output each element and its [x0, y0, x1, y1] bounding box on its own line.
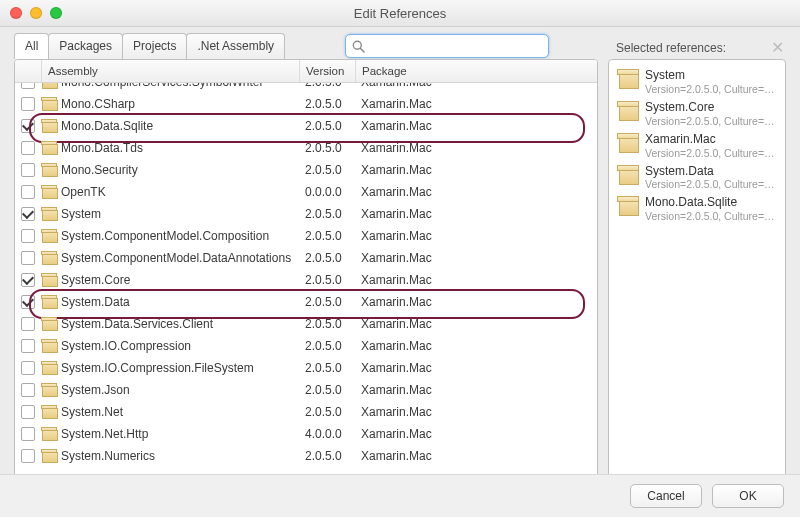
checkbox[interactable] — [21, 295, 35, 309]
assembly-version: 2.0.5.0 — [299, 317, 355, 331]
close-icon[interactable] — [10, 7, 22, 19]
checkbox[interactable] — [21, 339, 35, 353]
checkbox[interactable] — [21, 207, 35, 221]
assembly-package: Xamarin.Mac — [355, 207, 597, 221]
assembly-name: System.Data — [61, 295, 130, 309]
checkbox[interactable] — [21, 405, 35, 419]
table-row[interactable]: System.Core2.0.5.0Xamarin.Mac — [15, 269, 597, 291]
table-row[interactable]: System.Data.Services.Client2.0.5.0Xamari… — [15, 313, 597, 335]
table-row[interactable]: System.IO.Compression.FileSystem2.0.5.0X… — [15, 357, 597, 379]
table-row[interactable]: System.Data2.0.5.0Xamarin.Mac — [15, 291, 597, 313]
cancel-button[interactable]: Cancel — [630, 484, 702, 508]
column-version[interactable]: Version — [299, 60, 355, 82]
assembly-name: System.Data.Services.Client — [61, 317, 213, 331]
assembly-name: Mono.CSharp — [61, 97, 135, 111]
selected-reference-name: System — [645, 69, 777, 83]
table-row[interactable]: System.ComponentModel.DataAnnotations2.0… — [15, 247, 597, 269]
package-icon — [617, 133, 639, 153]
selected-reference-item[interactable]: Mono.Data.SqliteVersion=2.0.5.0, Culture… — [609, 193, 785, 225]
table-row[interactable]: System.Net2.0.5.0Xamarin.Mac — [15, 401, 597, 423]
package-icon — [41, 185, 57, 199]
tab-bar: AllPackagesProjects.Net Assembly — [14, 33, 284, 59]
top-strip: AllPackagesProjects.Net Assembly Selecte… — [0, 27, 800, 59]
package-icon — [41, 317, 57, 331]
checkbox[interactable] — [21, 163, 35, 177]
checkbox[interactable] — [21, 317, 35, 331]
table-row[interactable]: OpenTK0.0.0.0Xamarin.Mac — [15, 181, 597, 203]
checkbox[interactable] — [21, 119, 35, 133]
package-icon — [41, 207, 57, 221]
table-row[interactable]: Mono.CSharp2.0.5.0Xamarin.Mac — [15, 93, 597, 115]
checkbox[interactable] — [21, 449, 35, 463]
checkbox[interactable] — [21, 427, 35, 441]
checkbox[interactable] — [21, 229, 35, 243]
assembly-name: System.Net — [61, 405, 123, 419]
selected-reference-name: Mono.Data.Sqlite — [645, 196, 777, 210]
assembly-package: Xamarin.Mac — [355, 119, 597, 133]
checkbox[interactable] — [21, 141, 35, 155]
table-row[interactable]: System.IO.Compression2.0.5.0Xamarin.Mac — [15, 335, 597, 357]
assembly-version: 2.0.5.0 — [299, 383, 355, 397]
assembly-name: Mono.CompilerServices.SymbolWriter — [61, 83, 264, 89]
assembly-name: OpenTK — [61, 185, 106, 199]
assembly-name: Mono.Data.Tds — [61, 141, 143, 155]
selected-reference-item[interactable]: SystemVersion=2.0.5.0, Culture=neutral, … — [609, 66, 785, 98]
package-icon — [41, 361, 57, 375]
tab-all[interactable]: All — [14, 33, 49, 59]
checkbox[interactable] — [21, 383, 35, 397]
close-icon[interactable]: ✕ — [771, 40, 784, 56]
assembly-version: 2.0.5.0 — [299, 119, 355, 133]
assembly-version: 2.0.5.0 — [299, 207, 355, 221]
table-row[interactable]: System.ComponentModel.Composition2.0.5.0… — [15, 225, 597, 247]
window-title: Edit References — [0, 6, 800, 21]
table-row[interactable]: System.Net.Http4.0.0.0Xamarin.Mac — [15, 423, 597, 445]
selected-reference-item[interactable]: System.DataVersion=2.0.5.0, Culture=neut… — [609, 162, 785, 194]
assembly-package: Xamarin.Mac — [355, 317, 597, 331]
table-row[interactable]: System.Numerics2.0.5.0Xamarin.Mac — [15, 445, 597, 467]
assembly-version: 2.0.5.0 — [299, 229, 355, 243]
package-icon — [41, 449, 57, 463]
assembly-package: Xamarin.Mac — [355, 229, 597, 243]
selected-reference-name: Xamarin.Mac — [645, 133, 777, 147]
assembly-version: 2.0.5.0 — [299, 97, 355, 111]
table-body[interactable]: Mono.CompilerServices.SymbolWriter2.0.5.… — [15, 83, 597, 483]
package-icon — [617, 101, 639, 121]
search-input[interactable] — [365, 38, 542, 54]
assembly-package: Xamarin.Mac — [355, 185, 597, 199]
checkbox[interactable] — [21, 361, 35, 375]
table-row[interactable]: Mono.Data.Tds2.0.5.0Xamarin.Mac — [15, 137, 597, 159]
assembly-version: 2.0.5.0 — [299, 361, 355, 375]
assembly-name: System.Json — [61, 383, 130, 397]
selected-reference-detail: Version=2.0.5.0, Culture=neutral, Public… — [645, 210, 777, 222]
assembly-name: System.Numerics — [61, 449, 155, 463]
checkbox[interactable] — [21, 83, 35, 89]
search-field[interactable] — [345, 34, 549, 58]
column-assembly[interactable]: Assembly — [41, 60, 299, 82]
checkbox[interactable] — [21, 251, 35, 265]
column-package[interactable]: Package — [355, 60, 597, 82]
checkbox[interactable] — [21, 185, 35, 199]
table-row[interactable]: Mono.CompilerServices.SymbolWriter2.0.5.… — [15, 83, 597, 93]
minimize-icon[interactable] — [30, 7, 42, 19]
assembly-version: 2.0.5.0 — [299, 163, 355, 177]
selected-reference-item[interactable]: Xamarin.MacVersion=2.0.5.0, Culture=neut… — [609, 130, 785, 162]
tab-packages[interactable]: Packages — [48, 33, 123, 59]
checkbox[interactable] — [21, 273, 35, 287]
assembly-package: Xamarin.Mac — [355, 405, 597, 419]
table-row[interactable]: System.Json2.0.5.0Xamarin.Mac — [15, 379, 597, 401]
package-icon — [41, 119, 57, 133]
table-row[interactable]: Mono.Security2.0.5.0Xamarin.Mac — [15, 159, 597, 181]
ok-button[interactable]: OK — [712, 484, 784, 508]
assembly-name: System.Core — [61, 273, 130, 287]
checkbox[interactable] — [21, 97, 35, 111]
package-icon — [617, 196, 639, 216]
assembly-name: Mono.Data.Sqlite — [61, 119, 153, 133]
selected-reference-item[interactable]: System.CoreVersion=2.0.5.0, Culture=neut… — [609, 98, 785, 130]
table-row[interactable]: Mono.Data.Sqlite2.0.5.0Xamarin.Mac — [15, 115, 597, 137]
assembly-name: Mono.Security — [61, 163, 138, 177]
tab--net-assembly[interactable]: .Net Assembly — [186, 33, 285, 59]
tab-projects[interactable]: Projects — [122, 33, 187, 59]
table-row[interactable]: System2.0.5.0Xamarin.Mac — [15, 203, 597, 225]
selected-reference-detail: Version=2.0.5.0, Culture=neutral, Public… — [645, 115, 777, 127]
zoom-icon[interactable] — [50, 7, 62, 19]
